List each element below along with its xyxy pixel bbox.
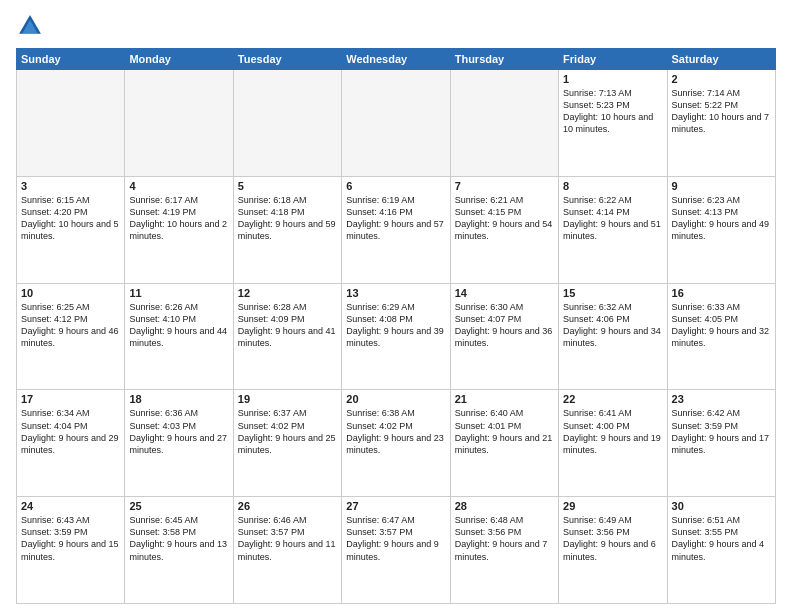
logo-icon bbox=[16, 12, 44, 40]
calendar-cell: 15Sunrise: 6:32 AM Sunset: 4:06 PM Dayli… bbox=[559, 283, 667, 390]
day-number: 28 bbox=[455, 500, 554, 512]
calendar-cell: 9Sunrise: 6:23 AM Sunset: 4:13 PM Daylig… bbox=[667, 176, 775, 283]
calendar-cell: 25Sunrise: 6:45 AM Sunset: 3:58 PM Dayli… bbox=[125, 497, 233, 604]
day-info: Sunrise: 6:45 AM Sunset: 3:58 PM Dayligh… bbox=[129, 514, 228, 563]
day-info: Sunrise: 6:37 AM Sunset: 4:02 PM Dayligh… bbox=[238, 407, 337, 456]
page: SundayMondayTuesdayWednesdayThursdayFrid… bbox=[0, 0, 792, 612]
day-number: 29 bbox=[563, 500, 662, 512]
day-number: 1 bbox=[563, 73, 662, 85]
calendar-cell bbox=[125, 70, 233, 177]
day-number: 20 bbox=[346, 393, 445, 405]
day-number: 24 bbox=[21, 500, 120, 512]
calendar-day-header: Thursday bbox=[450, 49, 558, 70]
day-info: Sunrise: 6:49 AM Sunset: 3:56 PM Dayligh… bbox=[563, 514, 662, 563]
day-info: Sunrise: 6:25 AM Sunset: 4:12 PM Dayligh… bbox=[21, 301, 120, 350]
day-info: Sunrise: 6:46 AM Sunset: 3:57 PM Dayligh… bbox=[238, 514, 337, 563]
day-info: Sunrise: 6:40 AM Sunset: 4:01 PM Dayligh… bbox=[455, 407, 554, 456]
day-number: 15 bbox=[563, 287, 662, 299]
calendar-cell: 22Sunrise: 6:41 AM Sunset: 4:00 PM Dayli… bbox=[559, 390, 667, 497]
day-number: 14 bbox=[455, 287, 554, 299]
day-info: Sunrise: 6:19 AM Sunset: 4:16 PM Dayligh… bbox=[346, 194, 445, 243]
calendar-cell: 13Sunrise: 6:29 AM Sunset: 4:08 PM Dayli… bbox=[342, 283, 450, 390]
day-number: 9 bbox=[672, 180, 771, 192]
day-number: 7 bbox=[455, 180, 554, 192]
day-info: Sunrise: 6:43 AM Sunset: 3:59 PM Dayligh… bbox=[21, 514, 120, 563]
calendar-cell: 4Sunrise: 6:17 AM Sunset: 4:19 PM Daylig… bbox=[125, 176, 233, 283]
day-info: Sunrise: 6:29 AM Sunset: 4:08 PM Dayligh… bbox=[346, 301, 445, 350]
day-number: 3 bbox=[21, 180, 120, 192]
day-number: 19 bbox=[238, 393, 337, 405]
day-number: 6 bbox=[346, 180, 445, 192]
day-number: 4 bbox=[129, 180, 228, 192]
calendar-cell: 6Sunrise: 6:19 AM Sunset: 4:16 PM Daylig… bbox=[342, 176, 450, 283]
calendar-cell: 28Sunrise: 6:48 AM Sunset: 3:56 PM Dayli… bbox=[450, 497, 558, 604]
day-info: Sunrise: 6:32 AM Sunset: 4:06 PM Dayligh… bbox=[563, 301, 662, 350]
calendar-cell: 5Sunrise: 6:18 AM Sunset: 4:18 PM Daylig… bbox=[233, 176, 341, 283]
calendar-cell: 23Sunrise: 6:42 AM Sunset: 3:59 PM Dayli… bbox=[667, 390, 775, 497]
calendar-cell: 30Sunrise: 6:51 AM Sunset: 3:55 PM Dayli… bbox=[667, 497, 775, 604]
calendar-cell: 3Sunrise: 6:15 AM Sunset: 4:20 PM Daylig… bbox=[17, 176, 125, 283]
day-number: 18 bbox=[129, 393, 228, 405]
calendar-cell: 18Sunrise: 6:36 AM Sunset: 4:03 PM Dayli… bbox=[125, 390, 233, 497]
day-number: 21 bbox=[455, 393, 554, 405]
calendar-cell: 17Sunrise: 6:34 AM Sunset: 4:04 PM Dayli… bbox=[17, 390, 125, 497]
calendar-cell: 2Sunrise: 7:14 AM Sunset: 5:22 PM Daylig… bbox=[667, 70, 775, 177]
day-info: Sunrise: 6:22 AM Sunset: 4:14 PM Dayligh… bbox=[563, 194, 662, 243]
day-number: 27 bbox=[346, 500, 445, 512]
calendar-cell: 1Sunrise: 7:13 AM Sunset: 5:23 PM Daylig… bbox=[559, 70, 667, 177]
calendar-week-row: 1Sunrise: 7:13 AM Sunset: 5:23 PM Daylig… bbox=[17, 70, 776, 177]
day-info: Sunrise: 7:14 AM Sunset: 5:22 PM Dayligh… bbox=[672, 87, 771, 136]
calendar-table: SundayMondayTuesdayWednesdayThursdayFrid… bbox=[16, 48, 776, 604]
day-info: Sunrise: 6:18 AM Sunset: 4:18 PM Dayligh… bbox=[238, 194, 337, 243]
calendar-cell: 21Sunrise: 6:40 AM Sunset: 4:01 PM Dayli… bbox=[450, 390, 558, 497]
calendar-day-header: Friday bbox=[559, 49, 667, 70]
calendar-cell: 19Sunrise: 6:37 AM Sunset: 4:02 PM Dayli… bbox=[233, 390, 341, 497]
day-info: Sunrise: 7:13 AM Sunset: 5:23 PM Dayligh… bbox=[563, 87, 662, 136]
calendar-day-header: Monday bbox=[125, 49, 233, 70]
day-info: Sunrise: 6:51 AM Sunset: 3:55 PM Dayligh… bbox=[672, 514, 771, 563]
calendar-week-row: 10Sunrise: 6:25 AM Sunset: 4:12 PM Dayli… bbox=[17, 283, 776, 390]
calendar-cell: 20Sunrise: 6:38 AM Sunset: 4:02 PM Dayli… bbox=[342, 390, 450, 497]
calendar-week-row: 3Sunrise: 6:15 AM Sunset: 4:20 PM Daylig… bbox=[17, 176, 776, 283]
header bbox=[16, 12, 776, 40]
day-number: 23 bbox=[672, 393, 771, 405]
calendar-cell: 26Sunrise: 6:46 AM Sunset: 3:57 PM Dayli… bbox=[233, 497, 341, 604]
calendar-cell bbox=[233, 70, 341, 177]
day-info: Sunrise: 6:42 AM Sunset: 3:59 PM Dayligh… bbox=[672, 407, 771, 456]
day-number: 2 bbox=[672, 73, 771, 85]
day-info: Sunrise: 6:26 AM Sunset: 4:10 PM Dayligh… bbox=[129, 301, 228, 350]
day-info: Sunrise: 6:36 AM Sunset: 4:03 PM Dayligh… bbox=[129, 407, 228, 456]
day-number: 16 bbox=[672, 287, 771, 299]
calendar-cell: 29Sunrise: 6:49 AM Sunset: 3:56 PM Dayli… bbox=[559, 497, 667, 604]
calendar-cell: 16Sunrise: 6:33 AM Sunset: 4:05 PM Dayli… bbox=[667, 283, 775, 390]
day-info: Sunrise: 6:15 AM Sunset: 4:20 PM Dayligh… bbox=[21, 194, 120, 243]
calendar-cell: 11Sunrise: 6:26 AM Sunset: 4:10 PM Dayli… bbox=[125, 283, 233, 390]
day-info: Sunrise: 6:28 AM Sunset: 4:09 PM Dayligh… bbox=[238, 301, 337, 350]
day-info: Sunrise: 6:38 AM Sunset: 4:02 PM Dayligh… bbox=[346, 407, 445, 456]
day-info: Sunrise: 6:33 AM Sunset: 4:05 PM Dayligh… bbox=[672, 301, 771, 350]
calendar-week-row: 17Sunrise: 6:34 AM Sunset: 4:04 PM Dayli… bbox=[17, 390, 776, 497]
calendar-cell: 7Sunrise: 6:21 AM Sunset: 4:15 PM Daylig… bbox=[450, 176, 558, 283]
day-number: 22 bbox=[563, 393, 662, 405]
calendar-cell bbox=[450, 70, 558, 177]
calendar-cell: 24Sunrise: 6:43 AM Sunset: 3:59 PM Dayli… bbox=[17, 497, 125, 604]
day-number: 13 bbox=[346, 287, 445, 299]
day-number: 25 bbox=[129, 500, 228, 512]
day-info: Sunrise: 6:34 AM Sunset: 4:04 PM Dayligh… bbox=[21, 407, 120, 456]
day-number: 30 bbox=[672, 500, 771, 512]
calendar-cell: 10Sunrise: 6:25 AM Sunset: 4:12 PM Dayli… bbox=[17, 283, 125, 390]
calendar-day-header: Wednesday bbox=[342, 49, 450, 70]
day-info: Sunrise: 6:48 AM Sunset: 3:56 PM Dayligh… bbox=[455, 514, 554, 563]
day-number: 10 bbox=[21, 287, 120, 299]
day-number: 17 bbox=[21, 393, 120, 405]
calendar-cell bbox=[17, 70, 125, 177]
day-number: 12 bbox=[238, 287, 337, 299]
logo bbox=[16, 12, 48, 40]
day-info: Sunrise: 6:17 AM Sunset: 4:19 PM Dayligh… bbox=[129, 194, 228, 243]
day-info: Sunrise: 6:41 AM Sunset: 4:00 PM Dayligh… bbox=[563, 407, 662, 456]
calendar-cell bbox=[342, 70, 450, 177]
calendar-day-header: Tuesday bbox=[233, 49, 341, 70]
calendar-day-header: Sunday bbox=[17, 49, 125, 70]
day-number: 11 bbox=[129, 287, 228, 299]
day-info: Sunrise: 6:23 AM Sunset: 4:13 PM Dayligh… bbox=[672, 194, 771, 243]
